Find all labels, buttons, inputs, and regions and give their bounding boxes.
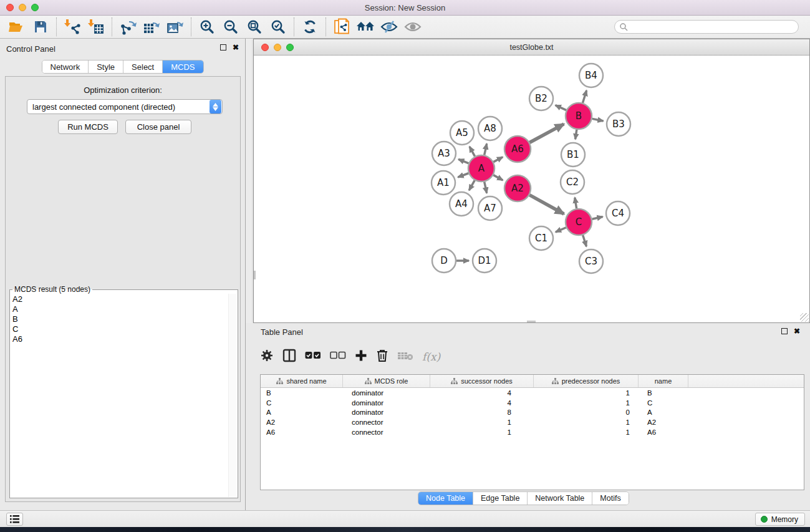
hierarchy-icon bbox=[552, 378, 559, 384]
graph-edge[interactable] bbox=[576, 130, 577, 139]
mcds-result-list[interactable]: A2 A B C A6 bbox=[11, 294, 228, 497]
result-item[interactable]: C bbox=[12, 324, 226, 334]
zoom-fit-button[interactable] bbox=[243, 17, 266, 37]
zoom-out-button[interactable] bbox=[219, 17, 243, 37]
table-tabs: Node Table Edge Table Network Table Moti… bbox=[418, 491, 629, 505]
column-header-predecessor-nodes[interactable]: predecessor nodes bbox=[534, 375, 639, 387]
export-table-button[interactable] bbox=[140, 17, 163, 37]
export-image-button[interactable] bbox=[163, 17, 187, 37]
eye-slash-icon bbox=[380, 19, 398, 34]
graph-edge[interactable] bbox=[529, 195, 564, 214]
zoom-selected-button[interactable] bbox=[266, 17, 290, 37]
horizontal-scroll-thumb[interactable] bbox=[527, 321, 536, 322]
save-session-button[interactable] bbox=[29, 17, 52, 37]
export-network-icon bbox=[120, 19, 137, 35]
network-window-title: testGlobe.txt bbox=[254, 43, 809, 52]
refresh-button[interactable] bbox=[298, 17, 322, 37]
graph-edge[interactable] bbox=[470, 147, 475, 157]
tab-network[interactable]: Network bbox=[42, 60, 89, 73]
close-panel-icon[interactable]: ✖ bbox=[233, 44, 239, 51]
tab-motifs[interactable]: Motifs bbox=[592, 492, 628, 505]
result-item[interactable]: A2 bbox=[12, 294, 226, 304]
table-row[interactable]: A dominator 8 0 A bbox=[261, 408, 804, 418]
column-header-mcds-role[interactable]: MCDS role bbox=[343, 375, 430, 387]
open-session-button[interactable] bbox=[5, 17, 29, 37]
network-canvas[interactable]: B4B2BB3A5A8A6B1A3AC2A1A2A4A7C4CC1C3DD1 bbox=[254, 56, 809, 322]
graph-edge[interactable] bbox=[529, 124, 564, 143]
app-titlebar: Session: New Session bbox=[0, 0, 810, 16]
float-table-panel-icon[interactable] bbox=[781, 328, 788, 334]
optimization-criterion-dropdown[interactable]: largest connected component (directed) bbox=[27, 99, 223, 114]
close-table-panel-icon[interactable]: ✖ bbox=[794, 328, 800, 334]
float-panel-icon[interactable] bbox=[220, 44, 226, 51]
result-item[interactable]: A bbox=[12, 304, 226, 314]
table-row[interactable]: A6 connector 1 1 A6 bbox=[261, 427, 804, 437]
toolbar-separator bbox=[325, 17, 326, 36]
graph-edge[interactable] bbox=[592, 118, 604, 121]
graph-edge[interactable] bbox=[493, 157, 503, 162]
search-input[interactable] bbox=[614, 20, 799, 34]
tab-style[interactable]: Style bbox=[89, 60, 123, 73]
table-row[interactable]: C dominator 4 1 C bbox=[261, 398, 804, 408]
zoom-in-button[interactable] bbox=[195, 17, 219, 37]
graph-edge[interactable] bbox=[458, 173, 468, 177]
function-builder-button[interactable]: f(x) bbox=[422, 351, 440, 363]
task-history-button[interactable] bbox=[6, 513, 23, 526]
network-graph[interactable]: B4B2BB3A5A8A6B1A3AC2A1A2A4A7C4CC1C3DD1 bbox=[254, 56, 809, 322]
select-all-button[interactable] bbox=[305, 351, 321, 362]
copy-network-button[interactable] bbox=[330, 17, 354, 37]
tab-select[interactable]: Select bbox=[123, 60, 163, 73]
column-header-shared-name[interactable]: shared name bbox=[261, 375, 343, 387]
graph-node-label: A6 bbox=[511, 143, 524, 155]
graph-edge[interactable] bbox=[469, 180, 475, 190]
graph-node-label: A2 bbox=[511, 183, 524, 194]
hide-graphics-details-button[interactable] bbox=[377, 17, 401, 37]
add-column-button[interactable] bbox=[355, 349, 367, 364]
table-row[interactable]: B dominator 4 1 B bbox=[261, 388, 804, 398]
graph-node-label: B bbox=[576, 110, 582, 122]
delete-table-button[interactable] bbox=[397, 351, 413, 363]
result-scrollbar[interactable] bbox=[228, 294, 237, 497]
column-header-successor-nodes[interactable]: successor nodes bbox=[430, 375, 534, 387]
vertical-scroll-thumb[interactable] bbox=[254, 271, 256, 279]
tab-mcds[interactable]: MCDS bbox=[163, 60, 203, 73]
memory-button[interactable]: Memory bbox=[755, 513, 805, 526]
graph-edge[interactable] bbox=[592, 216, 602, 219]
tab-network-table[interactable]: Network Table bbox=[528, 492, 592, 505]
home-button[interactable] bbox=[354, 17, 377, 37]
import-table-button[interactable] bbox=[84, 17, 108, 37]
graph-edge[interactable] bbox=[493, 175, 503, 180]
network-window-titlebar[interactable]: testGlobe.txt bbox=[254, 39, 809, 56]
hierarchy-icon bbox=[365, 378, 372, 384]
unchecked-checkboxes-icon bbox=[330, 351, 346, 360]
zoom-out-icon bbox=[223, 19, 239, 35]
status-bar: Memory bbox=[0, 510, 810, 527]
tab-edge-table[interactable]: Edge Table bbox=[473, 492, 528, 505]
mcds-result-title: MCDS result (5 nodes) bbox=[12, 285, 92, 294]
close-panel-button[interactable]: Close panel bbox=[125, 120, 191, 134]
settings-gear-button[interactable] bbox=[260, 349, 274, 365]
run-mcds-button[interactable]: Run MCDS bbox=[58, 120, 118, 134]
show-column-button[interactable] bbox=[282, 349, 296, 365]
memory-status-icon bbox=[761, 516, 768, 523]
result-item[interactable]: A6 bbox=[12, 334, 226, 344]
resize-grip[interactable] bbox=[800, 313, 809, 322]
graph-edge[interactable] bbox=[583, 235, 587, 246]
result-item[interactable]: B bbox=[12, 314, 226, 324]
tab-node-table[interactable]: Node Table bbox=[418, 492, 473, 505]
import-network-button[interactable] bbox=[60, 17, 84, 37]
graph-edge[interactable] bbox=[458, 159, 468, 163]
graph-edge[interactable] bbox=[582, 90, 586, 103]
graph-edge[interactable] bbox=[485, 181, 487, 193]
graph-edge[interactable] bbox=[575, 198, 577, 209]
toolbar-separator bbox=[294, 17, 294, 36]
graph-edge[interactable] bbox=[556, 228, 566, 232]
deselect-all-button[interactable] bbox=[330, 351, 346, 362]
graph-edge[interactable] bbox=[485, 143, 487, 155]
export-network-button[interactable] bbox=[116, 17, 140, 37]
delete-column-button[interactable] bbox=[376, 349, 388, 365]
column-header-name[interactable]: name bbox=[639, 375, 688, 387]
graph-edge[interactable] bbox=[556, 105, 566, 110]
show-graphics-details-button[interactable] bbox=[401, 17, 425, 37]
table-row[interactable]: A2 connector 1 1 A2 bbox=[261, 417, 804, 427]
